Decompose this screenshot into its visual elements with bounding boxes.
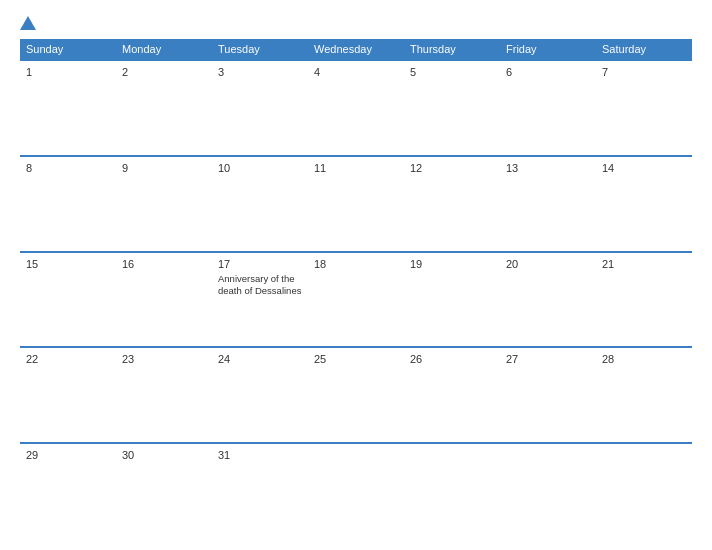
cal-cell: 11 [308,157,404,251]
cal-cell: 7 [596,61,692,155]
week-row-4: 22232425262728 [20,346,692,442]
day-number: 2 [122,66,206,78]
cal-cell: 29 [20,444,116,538]
day-number: 1 [26,66,110,78]
cal-cell: 5 [404,61,500,155]
day-number: 7 [602,66,686,78]
cal-cell: 12 [404,157,500,251]
cal-cell [308,444,404,538]
week-row-2: 891011121314 [20,155,692,251]
day-number: 30 [122,449,206,461]
week-row-1: 1234567 [20,59,692,155]
cal-cell [500,444,596,538]
day-number: 3 [218,66,302,78]
day-number: 20 [506,258,590,270]
day-number: 28 [602,353,686,365]
day-number: 27 [506,353,590,365]
cal-cell: 10 [212,157,308,251]
day-number: 21 [602,258,686,270]
cal-cell: 24 [212,348,308,442]
cal-cell: 17Anniversary of the death of Dessalines [212,253,308,347]
calendar-body: 1234567891011121314151617Anniversary of … [20,59,692,538]
cal-cell: 6 [500,61,596,155]
cal-cell: 25 [308,348,404,442]
calendar-page: Sunday Monday Tuesday Wednesday Thursday… [0,0,712,550]
day-number: 14 [602,162,686,174]
day-number: 11 [314,162,398,174]
day-number: 23 [122,353,206,365]
cal-cell [596,444,692,538]
calendar-header: Sunday Monday Tuesday Wednesday Thursday… [20,39,692,59]
col-monday: Monday [116,39,212,59]
day-number: 4 [314,66,398,78]
week-row-3: 151617Anniversary of the death of Dessal… [20,251,692,347]
logo-blue-container [20,16,38,31]
col-wednesday: Wednesday [308,39,404,59]
day-number: 9 [122,162,206,174]
event-label: Anniversary of the death of Dessalines [218,273,302,298]
cal-cell: 30 [116,444,212,538]
calendar: Sunday Monday Tuesday Wednesday Thursday… [20,39,692,538]
day-number: 26 [410,353,494,365]
cal-cell: 16 [116,253,212,347]
logo [20,16,38,31]
cal-cell: 3 [212,61,308,155]
cal-cell: 9 [116,157,212,251]
col-thursday: Thursday [404,39,500,59]
col-saturday: Saturday [596,39,692,59]
day-number: 24 [218,353,302,365]
cal-cell: 4 [308,61,404,155]
day-number: 10 [218,162,302,174]
day-number: 18 [314,258,398,270]
day-number: 22 [26,353,110,365]
cal-cell [404,444,500,538]
cal-cell: 18 [308,253,404,347]
cal-cell: 13 [500,157,596,251]
day-number: 31 [218,449,302,461]
cal-cell: 28 [596,348,692,442]
day-number: 15 [26,258,110,270]
day-number: 25 [314,353,398,365]
cal-cell: 15 [20,253,116,347]
col-sunday: Sunday [20,39,116,59]
day-number: 8 [26,162,110,174]
cal-cell: 31 [212,444,308,538]
cal-cell: 1 [20,61,116,155]
day-number: 5 [410,66,494,78]
day-number: 16 [122,258,206,270]
col-friday: Friday [500,39,596,59]
col-tuesday: Tuesday [212,39,308,59]
cal-cell: 19 [404,253,500,347]
week-row-5: 293031 [20,442,692,538]
cal-cell: 26 [404,348,500,442]
cal-cell: 21 [596,253,692,347]
header [20,16,692,31]
cal-cell: 23 [116,348,212,442]
cal-cell: 20 [500,253,596,347]
cal-cell: 2 [116,61,212,155]
day-number: 6 [506,66,590,78]
cal-cell: 8 [20,157,116,251]
logo-triangle-icon [20,16,36,30]
day-number: 19 [410,258,494,270]
cal-cell: 14 [596,157,692,251]
day-number: 13 [506,162,590,174]
day-number: 17 [218,258,302,270]
cal-cell: 22 [20,348,116,442]
day-number: 12 [410,162,494,174]
day-number: 29 [26,449,110,461]
cal-cell: 27 [500,348,596,442]
